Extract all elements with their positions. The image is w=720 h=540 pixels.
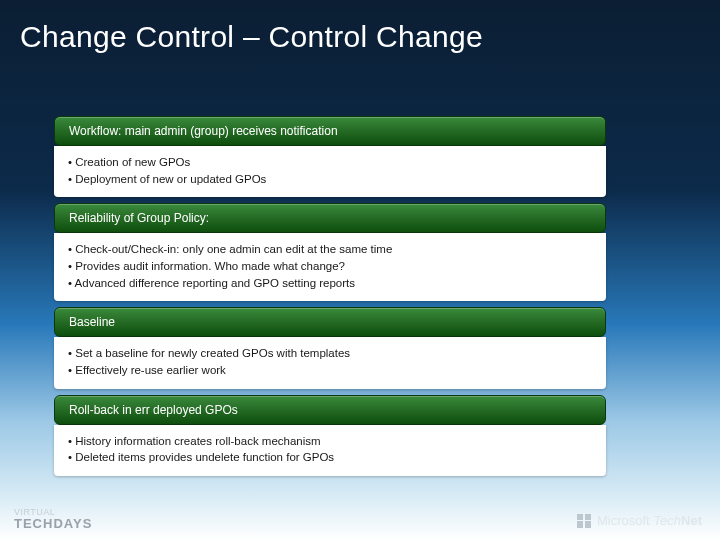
section-3-header: Baseline xyxy=(54,307,606,337)
section-2-item: Check-out/Check-in: only one admin can e… xyxy=(68,241,592,258)
section-4: Roll-back in err deployed GPOs History i… xyxy=(54,395,606,476)
footer-microsoft-text: Microsoft xyxy=(597,513,650,528)
section-1-item: Creation of new GPOs xyxy=(68,154,592,171)
footer-technet-text: TechNet xyxy=(653,513,702,528)
microsoft-logo-icon xyxy=(577,514,591,528)
section-2-header: Reliability of Group Policy: xyxy=(54,203,606,233)
section-3-item: Effectively re-use earlier work xyxy=(68,362,592,379)
content-stack: Workflow: main admin (group) receives no… xyxy=(54,116,606,482)
section-1: Workflow: main admin (group) receives no… xyxy=(54,116,606,197)
section-4-item: Deleted items provides undelete function… xyxy=(68,449,592,466)
footer-techdays-text: TECHDAYS xyxy=(14,517,92,530)
footer-brand-text: Microsoft TechNet xyxy=(597,513,702,528)
section-4-header: Roll-back in err deployed GPOs xyxy=(54,395,606,425)
slide-title: Change Control – Control Change xyxy=(0,0,720,54)
section-3: Baseline Set a baseline for newly create… xyxy=(54,307,606,388)
footer-left-logo: VIRTUAL TECHDAYS xyxy=(14,508,92,530)
section-4-body: History information creates roll-back me… xyxy=(54,425,606,476)
section-2-item: Advanced difference reporting and GPO se… xyxy=(68,275,592,292)
section-3-body: Set a baseline for newly created GPOs wi… xyxy=(54,337,606,388)
section-4-item: History information creates roll-back me… xyxy=(68,433,592,450)
footer-right-logo: Microsoft TechNet xyxy=(577,513,702,528)
section-1-header: Workflow: main admin (group) receives no… xyxy=(54,116,606,146)
section-1-item: Deployment of new or updated GPOs xyxy=(68,171,592,188)
section-2-item: Provides audit information. Who made wha… xyxy=(68,258,592,275)
section-1-body: Creation of new GPOs Deployment of new o… xyxy=(54,146,606,197)
slide: Change Control – Control Change Workflow… xyxy=(0,0,720,540)
section-3-item: Set a baseline for newly created GPOs wi… xyxy=(68,345,592,362)
section-2: Reliability of Group Policy: Check-out/C… xyxy=(54,203,606,301)
section-2-body: Check-out/Check-in: only one admin can e… xyxy=(54,233,606,301)
